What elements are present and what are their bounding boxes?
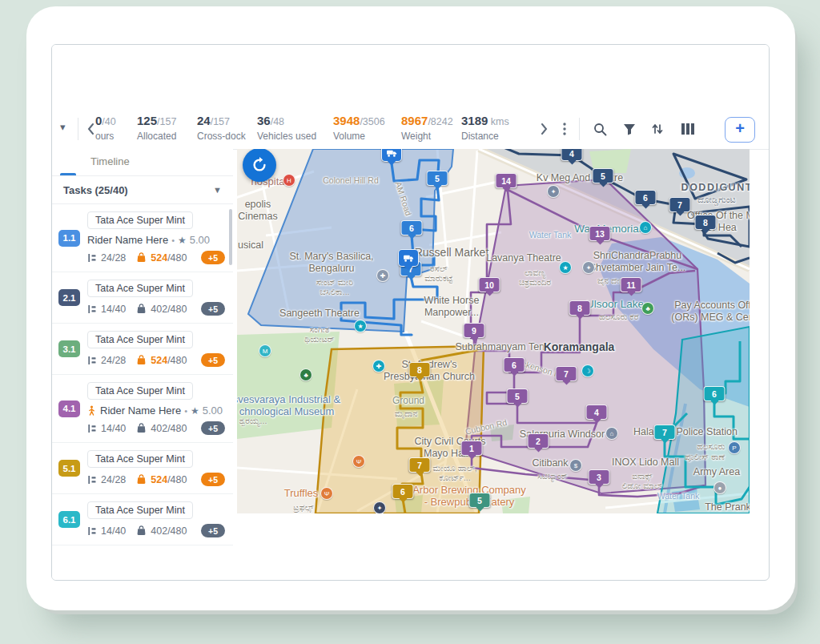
load-count: 524/480	[151, 474, 187, 485]
dot-separator: •	[184, 406, 187, 416]
task-card-1.1[interactable]: 1.1Tata Ace Super MintRider Name Here•★5…	[52, 204, 233, 272]
stops-icon	[87, 424, 97, 433]
route-stop-marker-blue-6[interactable]: 6	[401, 220, 423, 235]
vehicle-chip[interactable]: Tata Ace Super Mint	[87, 450, 193, 468]
map-label: Subrahmanyam Tem	[455, 341, 547, 353]
map-label: ದೋಡ್ಡಿಗುಂಟ	[697, 195, 735, 205]
route-stop-marker-purple-1[interactable]: 1	[461, 441, 483, 456]
route-stop-marker-gold-6[interactable]: 6	[392, 484, 414, 499]
route-stop-marker-blue-5[interactable]: 5	[427, 171, 448, 186]
lavanya-theatre-icon: ★	[559, 261, 572, 274]
route-stop-marker-navy-5[interactable]: 5	[593, 168, 614, 183]
task-card-6.1[interactable]: 6.1Tata Ace Super Mint14/40402/480+5	[52, 494, 233, 545]
vehicle-chip[interactable]: Tata Ace Super Mint	[87, 501, 193, 519]
tab-timeline[interactable]: Timeline	[90, 155, 130, 167]
vehicle-chip[interactable]: Tata Ace Super Mint	[87, 382, 193, 400]
task-card-3.1[interactable]: 3.1Tata Ace Super Mint24/28524/480+5	[52, 324, 233, 375]
task-card-2.1[interactable]: 2.1Tata Ace Super Mint14/40402/480+5	[52, 272, 233, 324]
rating-star-icon: ★	[178, 235, 187, 246]
stops-count: 24/28	[101, 474, 126, 485]
map-label: DODDIGUNT.	[681, 182, 750, 194]
add-button[interactable]: +	[725, 117, 755, 143]
task-metrics: 24/28524/480+5	[87, 473, 225, 486]
map-canvas[interactable]: hospitalepolisCinemasusicalColonel Hill …	[237, 149, 750, 513]
map-label: Colonel Hill Rd	[323, 175, 378, 185]
route-stop-marker-gold-8[interactable]: 8	[409, 362, 431, 377]
task-metrics: 14/40402/480+5	[87, 421, 225, 435]
extra-count-badge: +5	[201, 524, 225, 537]
tasks-collapse-caret-icon[interactable]: ▼	[213, 185, 222, 195]
map-label: Koramangala	[544, 340, 615, 354]
route-stop-marker-teal-6[interactable]: 6	[704, 386, 726, 401]
route-stop-marker-teal-7[interactable]: 7	[654, 425, 676, 440]
vehicle-truck-marker[interactable]	[398, 249, 419, 267]
chevron-right-icon[interactable]	[536, 120, 552, 138]
task-card-5.1[interactable]: 5.1Tata Ace Super Mint24/28524/480+5	[52, 443, 233, 494]
route-stop-marker-navy-7[interactable]: 7	[669, 197, 691, 212]
map-label: Pay Accounts Off(ORs) MEG & Cen	[671, 300, 750, 324]
map-label: Russell Market	[415, 246, 489, 260]
metro-station-icon: M	[259, 344, 271, 357]
rider-rating: 5.00	[203, 405, 223, 417]
stops-count: 24/28	[101, 252, 126, 264]
route-stop-marker-purple-7[interactable]: 7	[556, 366, 577, 381]
stats-bar: ▾ 0/40ours125/157Allocated24/157Cross-do…	[52, 109, 769, 150]
tasks-header[interactable]: Tasks (25/40) ▼	[52, 176, 233, 204]
sort-icon[interactable]	[648, 119, 667, 139]
route-stop-marker-purple-6[interactable]: 6	[504, 357, 525, 372]
route-stop-marker-navy-6[interactable]: 6	[635, 190, 657, 205]
vehicle-truck-marker[interactable]	[381, 149, 402, 162]
map-label: ಶ್ವರಯ್ಯ...	[239, 416, 267, 425]
route-stop-marker-purple-13[interactable]: 13	[589, 226, 611, 241]
search-icon[interactable]	[590, 119, 609, 139]
task-card-4.1[interactable]: 4.1Tata Ace Super MintRider Name Here•★5…	[52, 375, 233, 443]
salarpuria-building-icon: ⌂	[605, 427, 618, 440]
map-refresh-button[interactable]	[243, 149, 276, 182]
page-background: ▾ 0/40ours125/157Allocated24/157Cross-do…	[0, 0, 820, 644]
map-label: svesvaraya Industrial &chnological Museu…	[237, 393, 340, 418]
load-count: 402/480	[151, 525, 187, 537]
kebab-menu-icon[interactable]	[555, 119, 574, 139]
route-stop-marker-purple-2[interactable]: 2	[528, 433, 549, 449]
map-label: ಟ್ರಫಲ್ಸ್	[293, 502, 313, 512]
vehicle-chip[interactable]: Tata Ace Super Mint	[87, 331, 193, 348]
route-stop-marker-gold-7[interactable]: 7	[409, 457, 431, 473]
rating-star-icon: ★	[191, 405, 199, 417]
map-label: INOX Lido Mall	[612, 457, 679, 469]
rider-row: Rider Name Here•★5.00	[87, 234, 225, 246]
map-label: Sangeeth Theatre	[279, 308, 360, 320]
kv-meg-school-icon: ✦	[547, 185, 560, 198]
route-stop-marker-purple-14[interactable]: 14	[496, 173, 517, 188]
route-stop-marker-purple-8[interactable]: 8	[569, 300, 591, 316]
route-stop-marker-purple-5[interactable]: 5	[507, 388, 529, 404]
stops-icon	[87, 526, 97, 536]
route-stop-marker-purple-4[interactable]: 4	[586, 405, 608, 420]
route-stop-marker-navy-8[interactable]: 8	[695, 215, 717, 230]
vehicle-chip[interactable]: Tata Ace Super Mint	[87, 280, 193, 297]
st-andrews-church-icon: ✚	[372, 360, 385, 372]
route-stop-marker-green-5[interactable]: 5	[469, 493, 491, 508]
citibank-icon: $	[569, 459, 582, 472]
route-stop-marker-purple-9[interactable]: 9	[464, 323, 485, 338]
route-stop-marker-purple-3[interactable]: 3	[589, 469, 610, 485]
columns-icon[interactable]	[678, 119, 697, 139]
stat-distance: 3189 kmsDistance	[461, 114, 509, 142]
sidebar-scrollbar[interactable]	[229, 209, 232, 265]
extra-count-badge: +5	[201, 251, 225, 264]
load-bag-icon	[136, 304, 147, 314]
map-label: Cubbon Rd	[464, 417, 508, 437]
load-bag-icon	[136, 355, 147, 365]
walking-rider-icon	[87, 405, 96, 416]
map-label: Army Area	[693, 466, 740, 478]
vehicle-chip[interactable]: Tata Ace Super Mint	[87, 211, 193, 229]
tour-badge: 1.1	[58, 230, 80, 247]
map-label: Water Tank	[657, 491, 700, 501]
route-stop-marker-purple-10[interactable]: 10	[479, 277, 500, 292]
dot-separator: •	[171, 235, 175, 245]
filter-icon[interactable]	[620, 119, 639, 139]
map-label: Citibank	[532, 457, 568, 469]
map-label: usical	[238, 239, 263, 252]
route-stop-marker-navy-4[interactable]: 4	[561, 149, 583, 161]
route-stop-marker-purple-11[interactable]: 11	[621, 277, 642, 292]
map-label: White HorseManpower...	[424, 295, 480, 319]
